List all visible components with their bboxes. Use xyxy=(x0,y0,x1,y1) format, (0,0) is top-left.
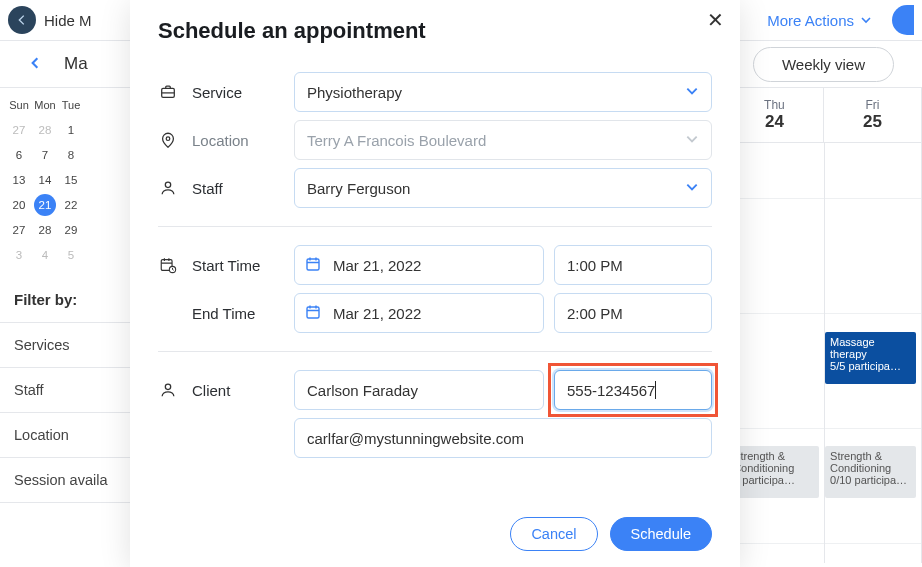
chevron-down-icon xyxy=(685,180,699,197)
staff-select[interactable]: Barry Ferguson xyxy=(294,168,712,208)
minical-day[interactable]: 8 xyxy=(58,142,84,167)
more-actions-label: More Actions xyxy=(767,12,854,29)
end-date-value: Mar 21, 2022 xyxy=(333,305,421,322)
schedule-appointment-modal: ✕ Schedule an appointment Service Physio… xyxy=(130,0,740,567)
section-service: Service Physiotherapy Location xyxy=(158,54,712,227)
client-phone-input[interactable]: 555-1234567 xyxy=(554,370,712,410)
minical-day[interactable]: 6 xyxy=(6,142,32,167)
filter-services[interactable]: Services xyxy=(0,323,133,368)
chevron-down-icon xyxy=(685,84,699,101)
service-label: Service xyxy=(192,84,280,101)
minical-day[interactable]: 15 xyxy=(58,167,84,192)
end-time-label: End Time xyxy=(192,305,280,322)
hide-menu-button[interactable]: Hide M xyxy=(8,6,92,34)
location-value: Terry A Francois Boulevard xyxy=(307,132,486,149)
chevron-down-icon xyxy=(860,12,872,29)
minical-dow: Mon xyxy=(32,92,58,117)
minical-dow: Tue xyxy=(58,92,84,117)
staff-label: Staff xyxy=(192,180,280,197)
hide-menu-label: Hide M xyxy=(44,12,92,29)
location-pin-icon xyxy=(158,131,178,149)
filter-staff[interactable]: Staff xyxy=(0,368,133,413)
minical-day[interactable]: 29 xyxy=(58,217,84,242)
person-icon xyxy=(158,179,178,197)
minical-day[interactable]: 4 xyxy=(32,242,58,267)
filter-session-availability[interactable]: Session availa xyxy=(0,458,133,503)
client-name-input[interactable]: Carlson Faraday xyxy=(294,370,544,410)
minical-day[interactable]: 1 xyxy=(58,117,84,142)
client-email-value: carlfar@mystunningwebsite.com xyxy=(307,430,524,447)
cancel-button[interactable]: Cancel xyxy=(510,517,597,551)
event-sub: 0 participa… xyxy=(733,474,814,486)
prev-period-button[interactable] xyxy=(28,54,42,75)
cancel-label: Cancel xyxy=(531,526,576,542)
minical-day[interactable]: 27 xyxy=(6,117,32,142)
client-phone-value: 555-1234567 xyxy=(567,382,655,399)
minical-day[interactable]: 3 xyxy=(6,242,32,267)
minical-day[interactable]: 22 xyxy=(58,192,84,217)
chevron-down-icon xyxy=(685,132,699,149)
modal-footer: Cancel Schedule xyxy=(130,503,740,567)
filter-location[interactable]: Location xyxy=(0,413,133,458)
more-actions-dropdown[interactable]: More Actions xyxy=(767,12,872,29)
month-label: Ma xyxy=(64,54,88,74)
minical-day[interactable]: 28 xyxy=(32,217,58,242)
start-time-value: 1:00 PM xyxy=(567,257,623,274)
event-sub: 0/10 participa… xyxy=(830,474,911,486)
minical-day[interactable]: 27 xyxy=(6,217,32,242)
schedule-label: Schedule xyxy=(631,526,691,542)
end-time-value: 2:00 PM xyxy=(567,305,623,322)
start-time-label: Start Time xyxy=(192,257,280,274)
view-selector-label: Weekly view xyxy=(782,56,865,73)
svg-point-3 xyxy=(165,182,170,187)
calendar-clock-icon xyxy=(158,256,178,274)
schedule-button[interactable]: Schedule xyxy=(610,517,712,551)
day-header-num: 24 xyxy=(765,112,784,132)
event-strength-conditioning[interactable]: Strength & Conditioning 0/10 participa… xyxy=(825,446,916,498)
service-select[interactable]: Physiotherapy xyxy=(294,72,712,112)
day-header-dow: Fri xyxy=(865,98,879,112)
view-selector[interactable]: Weekly view xyxy=(753,47,894,82)
client-label: Client xyxy=(192,382,280,399)
minical-day[interactable]: 7 xyxy=(32,142,58,167)
svg-rect-7 xyxy=(307,307,319,318)
minical-day[interactable]: 28 xyxy=(32,117,58,142)
start-date-input[interactable]: Mar 21, 2022 xyxy=(294,245,544,285)
event-massage-therapy[interactable]: Massage therapy 5/5 participa… xyxy=(825,332,916,384)
client-email-input[interactable]: carlfar@mystunningwebsite.com xyxy=(294,418,712,458)
end-date-input[interactable]: Mar 21, 2022 xyxy=(294,293,544,333)
primary-action-button[interactable] xyxy=(892,5,914,35)
minical-dow: Sun xyxy=(6,92,32,117)
service-value: Physiotherapy xyxy=(307,84,402,101)
calendar-icon xyxy=(305,256,321,275)
section-client: Client Carlson Faraday 555-1234567 xyxy=(158,352,712,476)
start-time-input[interactable]: 1:00 PM xyxy=(554,245,712,285)
mini-calendar[interactable]: Sun Mon Tue 27 28 1 6 7 8 13 14 15 xyxy=(0,88,133,277)
event-title: Massage therapy xyxy=(830,336,911,360)
section-time: Start Time Mar 21, 2022 1:00 PM End Time xyxy=(158,227,712,352)
minical-day-selected[interactable]: 21 xyxy=(32,192,58,217)
event-title: Strength & Conditioning xyxy=(830,450,911,474)
modal-title: Schedule an appointment xyxy=(130,0,740,54)
svg-rect-6 xyxy=(307,259,319,270)
staff-value: Barry Ferguson xyxy=(307,180,410,197)
event-title: Strength & Conditioning xyxy=(733,450,814,474)
day-header-thu[interactable]: Thu 24 xyxy=(726,88,824,143)
svg-point-8 xyxy=(165,384,170,389)
event-strength-conditioning[interactable]: Strength & Conditioning 0 participa… xyxy=(728,446,819,498)
client-name-value: Carlson Faraday xyxy=(307,382,418,399)
minical-day[interactable]: 14 xyxy=(32,167,58,192)
person-icon xyxy=(158,381,178,399)
location-select: Terry A Francois Boulevard xyxy=(294,120,712,160)
day-header-dow: Thu xyxy=(764,98,785,112)
minical-day[interactable]: 13 xyxy=(6,167,32,192)
close-button[interactable]: ✕ xyxy=(707,8,724,32)
day-header-fri[interactable]: Fri 25 xyxy=(824,88,922,143)
day-header-num: 25 xyxy=(863,112,882,132)
end-time-input[interactable]: 2:00 PM xyxy=(554,293,712,333)
start-date-value: Mar 21, 2022 xyxy=(333,257,421,274)
minical-day[interactable]: 5 xyxy=(58,242,84,267)
hide-menu-icon xyxy=(8,6,36,34)
modal-body: Service Physiotherapy Location xyxy=(130,54,740,503)
minical-day[interactable]: 20 xyxy=(6,192,32,217)
